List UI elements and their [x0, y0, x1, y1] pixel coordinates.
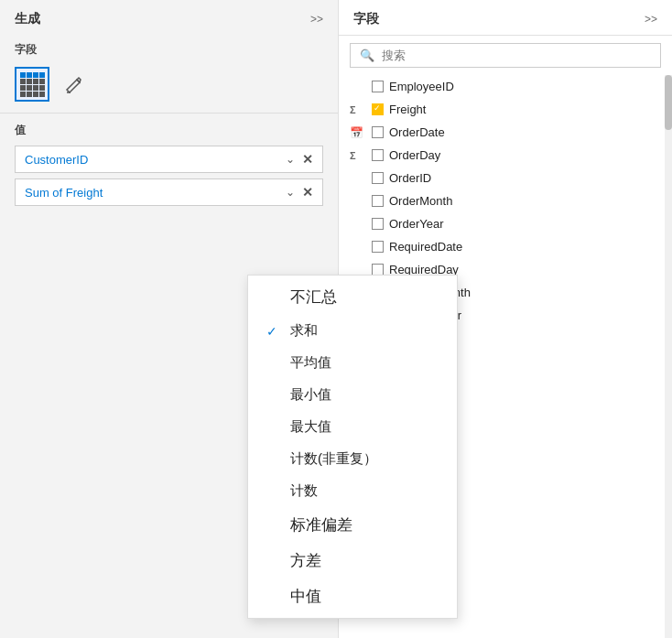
- field-name-orderdate: OrderDate: [389, 125, 445, 139]
- table-icon-btn[interactable]: [15, 67, 49, 102]
- customerid-field-pill[interactable]: CustomerID ⌄ ✕: [15, 146, 323, 173]
- dropdown-label-variance: 方差: [290, 550, 321, 571]
- check-icon-sum: ✓: [266, 324, 281, 339]
- checkbox-orderdate[interactable]: [372, 126, 384, 138]
- sum-freight-actions: ⌄ ✕: [286, 185, 313, 200]
- customerid-actions: ⌄ ✕: [286, 152, 313, 167]
- dropdown-item-average[interactable]: ✓平均值: [248, 347, 457, 379]
- dropdown-label-std-dev: 标准偏差: [290, 514, 352, 535]
- checkbox-requireddate[interactable]: [372, 241, 384, 253]
- field-name-ordermonth: OrderMonth: [389, 194, 452, 208]
- dropdown-item-count-distinct[interactable]: ✓计数(非重复）: [248, 443, 457, 475]
- dropdown-item-min[interactable]: ✓最小值: [248, 379, 457, 411]
- checkbox-ordermonth[interactable]: [372, 195, 384, 207]
- field-row[interactable]: ΣOrderDay: [339, 144, 672, 167]
- sum-freight-chevron-icon[interactable]: ⌄: [286, 186, 295, 199]
- dropdown-label-average: 平均值: [290, 354, 331, 372]
- scrollbar-thumb[interactable]: [665, 75, 672, 130]
- dropdown-label-max: 最大值: [290, 418, 331, 436]
- dropdown-item-std-dev[interactable]: ✓标准偏差: [248, 507, 457, 543]
- spacer-icon: [350, 81, 366, 92]
- spacer-icon: [350, 219, 366, 230]
- left-panel-header: 生成 >>: [0, 0, 338, 35]
- checkbox-orderyear[interactable]: [372, 218, 384, 230]
- checkbox-orderid[interactable]: [372, 172, 384, 184]
- spacer-icon: [350, 242, 366, 253]
- spacer-icon: [350, 173, 366, 184]
- values-label: 值: [15, 123, 323, 138]
- edit-icon-btn[interactable]: [57, 67, 92, 102]
- left-panel: 生成 >> 字段: [0, 0, 339, 638]
- right-panel-header: 字段 >>: [339, 0, 672, 36]
- dropdown-label-count: 计数: [290, 482, 318, 500]
- visualization-icons: [0, 63, 338, 113]
- search-icon: 🔍: [360, 49, 374, 62]
- dropdown-label-median: 中值: [290, 586, 321, 607]
- spacer-icon: [350, 265, 366, 276]
- search-box[interactable]: 🔍: [350, 43, 661, 68]
- sum-freight-close-icon[interactable]: ✕: [302, 185, 313, 200]
- customerid-chevron-icon[interactable]: ⌄: [286, 153, 295, 166]
- left-panel-expand-icon[interactable]: >>: [310, 13, 323, 26]
- customerid-label: CustomerID: [25, 153, 88, 167]
- sum-freight-field-pill[interactable]: Sum of Freight ⌄ ✕: [15, 178, 323, 206]
- fields-section-label: 字段: [0, 35, 338, 63]
- aggregation-dropdown: ✓不汇总✓求和✓平均值✓最小值✓最大值✓计数(非重复）✓计数✓标准偏差✓方差✓中…: [247, 275, 458, 619]
- right-panel-expand-icon[interactable]: >>: [645, 13, 657, 26]
- field-row[interactable]: RequiredDate: [339, 235, 672, 258]
- sigma-icon: Σ: [350, 150, 366, 161]
- field-name-freight: Freight: [389, 103, 426, 116]
- field-row[interactable]: OrderMonth: [339, 189, 672, 212]
- field-name-orderyear: OrderYear: [389, 217, 444, 231]
- field-name-orderday: OrderDay: [389, 148, 440, 162]
- customerid-close-icon[interactable]: ✕: [302, 152, 313, 167]
- table-grid-icon: [20, 72, 45, 97]
- dropdown-item-count[interactable]: ✓计数: [248, 475, 457, 507]
- left-panel-title: 生成: [15, 11, 40, 27]
- field-name-employeeid: EmployeeID: [389, 80, 454, 93]
- field-row[interactable]: OrderID: [339, 167, 672, 189]
- checkbox-employeeid[interactable]: [372, 81, 384, 92]
- field-row[interactable]: 📅OrderDate: [339, 121, 672, 144]
- calendar-icon: 📅: [350, 126, 366, 139]
- dropdown-label-no-summary: 不汇总: [290, 287, 337, 308]
- search-input[interactable]: [382, 49, 651, 62]
- dropdown-item-no-summary[interactable]: ✓不汇总: [248, 279, 457, 315]
- dropdown-label-count-distinct: 计数(非重复）: [290, 450, 377, 468]
- dropdown-item-median[interactable]: ✓中值: [248, 579, 457, 614]
- dropdown-item-max[interactable]: ✓最大值: [248, 411, 457, 443]
- field-name-orderid: OrderID: [389, 171, 431, 185]
- field-row[interactable]: EmployeeID: [339, 75, 672, 98]
- spacer-icon: [350, 196, 366, 207]
- dropdown-label-sum: 求和: [290, 322, 318, 340]
- edit-icon: [64, 74, 84, 94]
- field-name-requireddate: RequiredDate: [389, 240, 462, 254]
- right-panel-title: 字段: [353, 11, 379, 27]
- values-section: 值 CustomerID ⌄ ✕ Sum of Freight ⌄ ✕: [0, 114, 338, 217]
- checkbox-orderday[interactable]: [372, 149, 384, 161]
- checkbox-freight[interactable]: [372, 103, 384, 115]
- dropdown-label-min: 最小值: [290, 386, 331, 404]
- sum-freight-label: Sum of Freight: [25, 186, 103, 200]
- field-row[interactable]: ΣFreight: [339, 98, 672, 121]
- field-row[interactable]: OrderYear: [339, 212, 672, 235]
- dropdown-item-sum[interactable]: ✓求和: [248, 315, 457, 347]
- dropdown-item-variance[interactable]: ✓方差: [248, 543, 457, 579]
- sigma-icon: Σ: [350, 104, 366, 115]
- scrollbar-track: [665, 75, 672, 638]
